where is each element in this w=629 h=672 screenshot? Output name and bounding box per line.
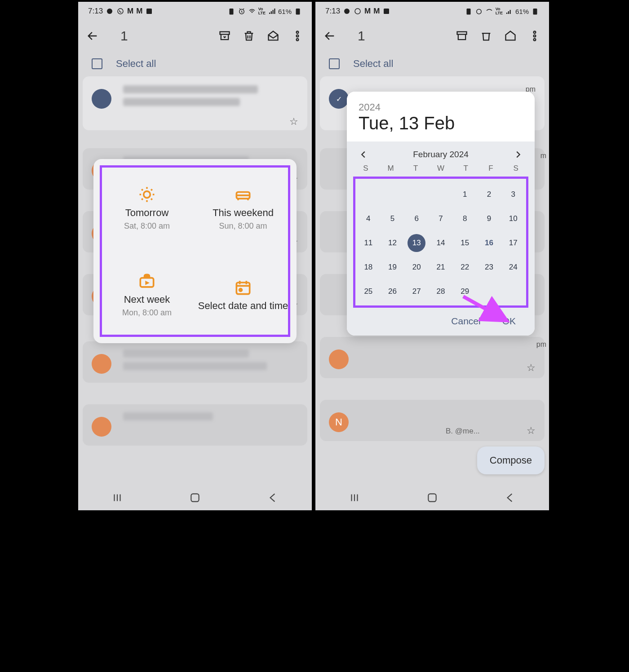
mail-open-icon[interactable] xyxy=(267,30,279,42)
calendar-day[interactable]: 24 xyxy=(501,255,525,279)
whatsapp-icon xyxy=(116,7,124,15)
calendar-day[interactable]: 12 xyxy=(381,231,405,255)
prev-month-icon[interactable] xyxy=(359,150,368,159)
more-icon[interactable] xyxy=(291,30,304,42)
svg-rect-3 xyxy=(229,9,233,15)
home-icon[interactable] xyxy=(189,492,201,504)
calendar-grid: 1234567891011121314151617181920212223242… xyxy=(356,182,525,304)
calendar-day[interactable]: 13 xyxy=(404,231,429,255)
calendar-day[interactable]: 26 xyxy=(381,279,405,304)
chat-icon xyxy=(106,7,114,15)
calendar-day[interactable]: 28 xyxy=(429,279,453,304)
star-icon[interactable]: ☆ xyxy=(527,362,536,374)
svg-rect-26 xyxy=(428,494,436,501)
calendar-day[interactable]: 20 xyxy=(404,255,429,279)
calendar-day[interactable]: 25 xyxy=(356,279,381,304)
calendar-day[interactable]: 8 xyxy=(453,207,477,231)
select-all-checkbox[interactable] xyxy=(92,58,102,69)
calendar-day[interactable]: 2 xyxy=(477,182,501,207)
status-bar: 7:13 M M VoLTE 61% xyxy=(315,2,549,21)
battery-saver-icon xyxy=(465,7,473,15)
svg-rect-18 xyxy=(384,9,389,14)
calendar-day[interactable]: 19 xyxy=(381,255,405,279)
signal-icon xyxy=(505,7,513,15)
volte-icon: VoLTE xyxy=(258,7,266,15)
select-all-label: Select all xyxy=(353,58,393,70)
svg-point-23 xyxy=(534,31,536,34)
more-icon[interactable] xyxy=(528,30,541,42)
calendar-day[interactable]: 21 xyxy=(429,255,453,279)
back-icon[interactable] xyxy=(86,30,99,42)
calendar-day[interactable]: 7 xyxy=(429,207,453,231)
picker-date: Tue, 13 Feb xyxy=(359,113,523,133)
calendar-day[interactable]: 27 xyxy=(404,279,429,304)
whatsapp-icon xyxy=(354,7,362,15)
next-month-icon[interactable] xyxy=(513,150,523,159)
trash-icon[interactable] xyxy=(243,30,255,42)
calendar-day[interactable]: 3 xyxy=(501,182,525,207)
month-label[interactable]: February 2024 xyxy=(413,150,469,159)
select-all-row[interactable]: Select all xyxy=(315,51,549,76)
selection-count: 1 xyxy=(120,28,128,44)
calendar-day[interactable]: 10 xyxy=(501,207,525,231)
compose-button[interactable]: Compose xyxy=(477,447,545,474)
svg-rect-19 xyxy=(466,9,470,15)
battery-icon xyxy=(531,7,539,15)
calendar-day[interactable]: 14 xyxy=(429,231,453,255)
calendar-day[interactable]: 22 xyxy=(453,255,477,279)
svg-rect-15 xyxy=(191,494,199,501)
svg-point-1 xyxy=(118,9,123,14)
calendar-day[interactable]: 1 xyxy=(453,182,477,207)
svg-point-24 xyxy=(534,35,536,37)
battery-pct: 61% xyxy=(278,8,292,15)
date-picker-dialog: 2024 Tue, 13 Feb February 2024 SMTWTFS 1… xyxy=(347,92,535,336)
svg-rect-5 xyxy=(296,9,300,15)
list-item: pm ☆ xyxy=(320,337,545,378)
app-icon-m: M xyxy=(364,7,371,16)
app-icon-m: M xyxy=(127,7,133,16)
svg-point-20 xyxy=(476,9,481,14)
wifi-icon xyxy=(248,7,256,15)
home-icon[interactable] xyxy=(426,492,438,504)
calendar-day[interactable]: 9 xyxy=(477,207,501,231)
alarm-icon xyxy=(475,7,483,15)
calendar-day[interactable]: 6 xyxy=(404,207,429,231)
photo-icon xyxy=(382,7,390,15)
select-all-checkbox[interactable] xyxy=(329,58,340,69)
recents-icon[interactable] xyxy=(349,492,360,504)
app-bar: 1 xyxy=(315,21,549,51)
svg-rect-22 xyxy=(457,32,467,35)
calendar-day[interactable]: 17 xyxy=(501,231,525,255)
mail-open-icon[interactable] xyxy=(504,30,517,42)
svg-rect-6 xyxy=(220,32,230,35)
battery-pct: 61% xyxy=(515,8,529,15)
trash-icon[interactable] xyxy=(480,30,492,42)
svg-rect-21 xyxy=(533,9,537,15)
avatar: N xyxy=(329,412,349,432)
picker-year[interactable]: 2024 xyxy=(359,102,523,113)
back-nav-icon[interactable] xyxy=(504,492,516,504)
back-icon[interactable] xyxy=(323,30,336,42)
calendar-day[interactable]: 18 xyxy=(356,255,381,279)
calendar-day[interactable]: 15 xyxy=(453,231,477,255)
star-icon[interactable]: ☆ xyxy=(527,425,536,437)
signal-icon xyxy=(268,7,276,15)
calendar-day[interactable]: 4 xyxy=(356,207,381,231)
highlight-box: 1234567891011121314151617181920212223242… xyxy=(353,177,528,308)
archive-icon[interactable] xyxy=(218,30,231,42)
star-icon[interactable]: ☆ xyxy=(289,116,298,128)
app-icon-m2: M xyxy=(136,7,142,16)
annotation-arrow-icon xyxy=(461,294,510,326)
svg-point-16 xyxy=(344,9,350,14)
recents-icon[interactable] xyxy=(111,492,123,504)
nav-bar xyxy=(315,485,549,510)
archive-icon[interactable] xyxy=(456,30,468,42)
selection-count: 1 xyxy=(358,28,365,44)
calendar-day[interactable]: 16 xyxy=(477,231,501,255)
back-nav-icon[interactable] xyxy=(267,492,279,504)
list-item xyxy=(83,341,307,383)
calendar-day[interactable]: 11 xyxy=(356,231,381,255)
select-all-row[interactable]: Select all xyxy=(78,51,312,76)
calendar-day[interactable]: 23 xyxy=(477,255,501,279)
calendar-day[interactable]: 5 xyxy=(381,207,405,231)
